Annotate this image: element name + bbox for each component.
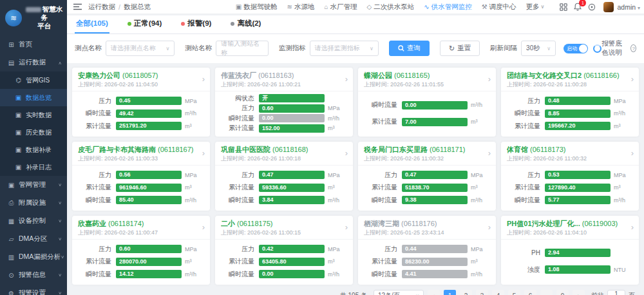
filter-panel: 全部(105)正常(94)报警(9)离线(2) 测点名称 请选择测点名称∨ 测站… [67, 15, 644, 63]
sidebar-item[interactable]: ⎙附属设施∨ [0, 194, 67, 212]
station-name-input[interactable]: 请输入测站名称 [216, 41, 268, 56]
metric-value-bar: 195667.20 [545, 122, 611, 130]
sidebar-item[interactable]: ⊞首页 [0, 35, 67, 53]
metric-unit: m³ [614, 123, 633, 129]
auto-refresh-toggle[interactable]: 启动 [564, 44, 588, 53]
prev-page-button[interactable]: ‹ [428, 290, 440, 295]
sidebar-item[interactable]: ▣数据总览 [0, 89, 67, 106]
tab-正常[interactable]: 正常(94) [126, 15, 163, 33]
metric-value-bar: 86230.00 [402, 258, 468, 266]
reset-button[interactable]: ↻重置 [440, 41, 480, 56]
card-detail-arrow-icon[interactable]: › [488, 148, 491, 158]
sidebar-item[interactable]: ▣实时数据 [0, 106, 67, 124]
tab-报警[interactable]: 报警(9) [180, 15, 213, 33]
metric-label: 压力 [364, 245, 397, 254]
breadcrumb: 运行数据 / 数据总览 [88, 3, 151, 12]
card-detail-arrow-icon[interactable]: › [631, 222, 634, 232]
topnav-item[interactable]: ▣数据驾驶舱 [236, 3, 278, 12]
tab-离线[interactable]: 离线(2) [229, 15, 262, 33]
report-time: 上报时间: 2026-02-26 11:00:32 [364, 155, 490, 163]
screen-capture-icon[interactable] [588, 3, 596, 11]
dashboard-icon: ▣ [236, 3, 242, 10]
user-menu[interactable]: admin ▾ [617, 3, 640, 11]
sidebar-item[interactable]: ▣管网管理∨ [0, 176, 67, 194]
page-number-button[interactable]: 9 [556, 290, 569, 295]
card-detail-arrow-icon[interactable]: › [488, 222, 491, 232]
metric-row: 累计流量280070.00m³ [78, 257, 204, 266]
card-detail-arrow-icon[interactable]: › [488, 74, 491, 84]
card-detail-arrow-icon[interactable]: › [202, 222, 205, 232]
card-detail-arrow-icon[interactable]: › [345, 222, 348, 232]
topnav-item[interactable]: ∿供水管网监控 [424, 3, 471, 12]
next-page-button[interactable]: › [573, 290, 585, 295]
station-metrics: 压力0.42MPa累计流量63405.80m³瞬时流量0.00m³/h [215, 240, 353, 285]
sidebar-item[interactable]: ▣补录日志 [0, 158, 67, 176]
user-avatar[interactable] [603, 2, 614, 12]
page-number-button[interactable]: 4 [492, 290, 504, 295]
station-card-header: 皮毛厂路与卡布其海路南 (06118167)上报时间: 2026-02-26 1… [72, 142, 210, 166]
sidebar: ≋ 智慧水务 平台 ⊞首页▤运行数据∧⌬管网GIS▣数据总览▣实时数据▣历史数据… [0, 0, 67, 295]
alarm-legend-link[interactable]: 报警底色说明 ? [601, 39, 636, 57]
gis-icon: ⌬ [14, 77, 23, 84]
station-metrics: PH2.94浊度1.08NTU [501, 240, 639, 285]
metric-value-bar: 1.08 [545, 265, 611, 274]
refresh-interval-select[interactable]: 30秒∨ [521, 41, 556, 56]
metric-label: 压力 [78, 97, 111, 106]
notification-bell-icon[interactable]: 1 [574, 3, 582, 11]
metric-label: 压力 [78, 245, 111, 254]
page-number-button[interactable]: 2 [460, 290, 472, 295]
metric-label: 累计流量 [507, 183, 540, 192]
pump-station-icon: ◇ [367, 3, 372, 10]
metric-unit: m³/h [614, 110, 633, 117]
point-name-select[interactable]: 请选择测点名称∨ [106, 41, 175, 56]
topnav-item[interactable]: ≋水源地 [287, 3, 315, 12]
sidebar-item[interactable]: ▤运行数据∧ [0, 53, 67, 71]
notification-badge: 1 [579, 0, 586, 6]
metric-label: 累计流量 [364, 183, 397, 192]
metric-value-bar: 0.48 [545, 97, 611, 105]
sidebar-item[interactable]: ⌬管网GIS [0, 71, 67, 89]
page-number-button[interactable]: 3 [476, 290, 488, 295]
page-number-button[interactable]: 6 [524, 290, 536, 295]
breadcrumb-parent[interactable]: 运行数据 [88, 3, 115, 12]
tab-全部[interactable]: 全部(105) [75, 15, 109, 33]
topnav-item[interactable]: ◇二次供水泵站 [367, 3, 415, 12]
card-detail-arrow-icon[interactable]: › [202, 148, 205, 158]
sidebar-item[interactable]: ▦设备控制∨ [0, 212, 67, 230]
goto-page-input[interactable]: 1 [607, 290, 625, 295]
search-button[interactable]: 查询 [389, 41, 430, 56]
card-detail-arrow-icon[interactable]: › [345, 148, 348, 158]
tab-label: 报警(9) [187, 19, 211, 28]
report-time: 上报时间: 2026-02-26 11:01:55 [364, 81, 490, 89]
sidebar-item[interactable]: ▣数据补录 [0, 141, 67, 158]
topnav-item[interactable]: 更多∨ [526, 3, 545, 12]
metric-value-bar: 4.41 [402, 270, 468, 278]
card-detail-arrow-icon[interactable]: › [631, 148, 634, 158]
apps-grid-icon[interactable] [560, 3, 567, 11]
topnav-item[interactable]: ⌂水厂管理 [324, 3, 357, 12]
metric-label: 累计流量 [78, 257, 111, 266]
sidebar-item[interactable]: ▱DMA分区∨ [0, 230, 67, 248]
metric-select[interactable]: 请选择监测指标∨ [310, 41, 379, 56]
metric-label: 压力 [221, 245, 254, 254]
card-detail-arrow-icon[interactable]: › [345, 74, 348, 84]
sidebar-collapse-icon[interactable] [73, 3, 82, 10]
page-number-button[interactable]: 1 [444, 290, 456, 295]
report-time: 上报时间: 2026-01-25 23:43:14 [364, 229, 490, 237]
metric-unit: NTU [614, 267, 633, 273]
card-detail-arrow-icon[interactable]: › [631, 74, 634, 84]
page-number-button[interactable]: 5 [508, 290, 520, 295]
sidebar-item[interactable]: ▣历史数据 [0, 124, 67, 141]
station-id: (06118167) [158, 146, 193, 153]
app-root: ≋ 智慧水务 平台 ⊞首页▤运行数据∧⌬管网GIS▣数据总览▣实时数据▣历史数据… [0, 0, 644, 295]
metric-row: 压力0.45MPa [78, 97, 204, 106]
metric-label: 累计流量 [507, 122, 540, 131]
sidebar-item[interactable]: ⚙报警设置∨ [0, 284, 67, 295]
sidebar-item[interactable]: ▥DMA漏损分析∨ [0, 248, 67, 266]
sidebar-item[interactable]: ⊙报警信息∨ [0, 266, 67, 284]
page-size-select[interactable]: 12条/页∨ [374, 290, 424, 295]
metric-value-bar: 280070.00 [116, 258, 182, 266]
card-detail-arrow-icon[interactable]: › [202, 74, 205, 84]
metric-row: 瞬时流量49.42m³/h [78, 109, 204, 118]
topnav-item[interactable]: ⚒调度中心 [482, 3, 516, 12]
